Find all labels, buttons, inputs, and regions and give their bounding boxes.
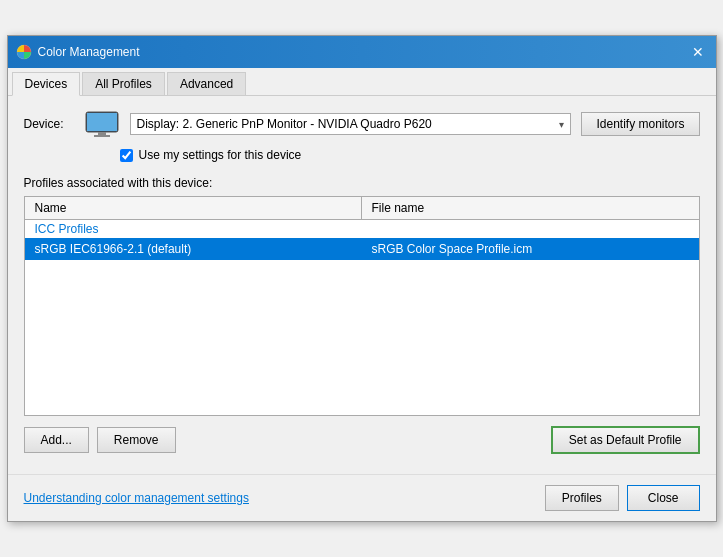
svg-rect-3	[98, 132, 106, 135]
monitor-icon	[84, 110, 120, 138]
icc-profiles-group: ICC Profiles	[25, 220, 699, 238]
svg-rect-4	[94, 135, 110, 137]
bottom-buttons: Add... Remove Set as Default Profile	[24, 426, 700, 454]
col-filename-header: File name	[362, 197, 699, 219]
device-dropdown-value: Display: 2. Generic PnP Monitor - NVIDIA…	[137, 117, 432, 131]
device-dropdown[interactable]: Display: 2. Generic PnP Monitor - NVIDIA…	[130, 113, 572, 135]
title-bar: Color Management ✕	[8, 36, 716, 68]
table-header: Name File name	[25, 197, 699, 220]
device-label: Device:	[24, 117, 74, 131]
checkbox-row: Use my settings for this device	[120, 148, 700, 162]
tab-devices[interactable]: Devices	[12, 72, 81, 96]
device-row: Device: Display: 2. Generic PnP Monitor …	[24, 110, 700, 138]
color-management-window: Color Management ✕ Devices All Profiles …	[7, 35, 717, 522]
tabs-bar: Devices All Profiles Advanced	[8, 68, 716, 96]
footer: Understanding color management settings …	[8, 474, 716, 521]
close-button[interactable]: ✕	[688, 42, 708, 62]
tab-all-profiles[interactable]: All Profiles	[82, 72, 165, 95]
table-row[interactable]: sRGB IEC61966-2.1 (default) sRGB Color S…	[25, 238, 699, 260]
tab-advanced[interactable]: Advanced	[167, 72, 246, 95]
col-name-header: Name	[25, 197, 362, 219]
row-filename: sRGB Color Space Profile.icm	[362, 240, 699, 258]
set-default-profile-button[interactable]: Set as Default Profile	[551, 426, 700, 454]
tab-content: Device: Display: 2. Generic PnP Monitor …	[8, 96, 716, 468]
window-title: Color Management	[38, 45, 140, 59]
use-settings-label[interactable]: Use my settings for this device	[139, 148, 302, 162]
use-settings-checkbox[interactable]	[120, 149, 133, 162]
profiles-button[interactable]: Profiles	[545, 485, 619, 511]
profiles-associated-label: Profiles associated with this device:	[24, 176, 700, 190]
understanding-link[interactable]: Understanding color management settings	[24, 491, 249, 505]
close-dialog-button[interactable]: Close	[627, 485, 700, 511]
chevron-down-icon: ▾	[559, 119, 564, 130]
profiles-table: Name File name ICC Profiles sRGB IEC6196…	[24, 196, 700, 416]
identify-monitors-button[interactable]: Identify monitors	[581, 112, 699, 136]
row-name: sRGB IEC61966-2.1 (default)	[25, 240, 362, 258]
add-button[interactable]: Add...	[24, 427, 89, 453]
app-icon	[16, 44, 32, 60]
svg-rect-2	[87, 113, 117, 131]
remove-button[interactable]: Remove	[97, 427, 176, 453]
